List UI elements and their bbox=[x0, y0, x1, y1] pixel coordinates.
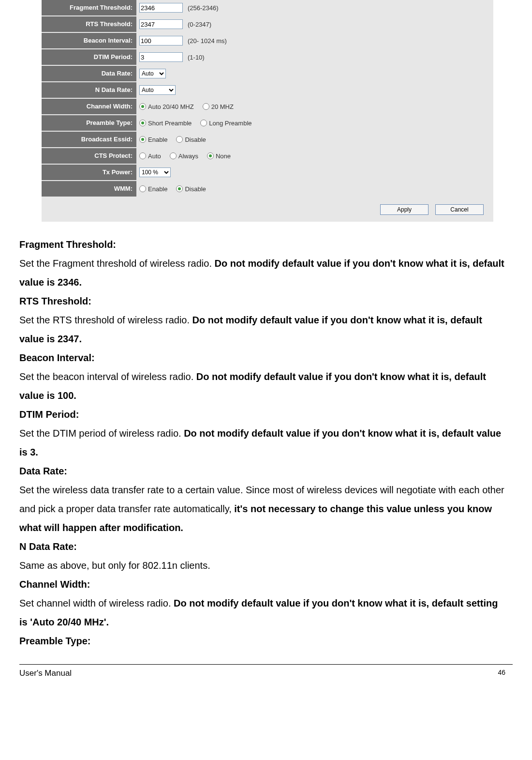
data-rate-select[interactable]: Auto bbox=[139, 69, 166, 78]
dtim-period-hint: (1-10) bbox=[188, 54, 205, 61]
datarate-heading: Data Rate: bbox=[19, 466, 67, 476]
chwidth-heading: Channel Width: bbox=[19, 579, 90, 590]
channel-width-auto-radio[interactable]: Auto 20/40 MHZ bbox=[139, 103, 194, 110]
wmm-enable-radio[interactable]: Enable bbox=[139, 185, 167, 193]
data-rate-label: Data Rate: bbox=[42, 66, 136, 81]
cts-auto-radio[interactable]: Auto bbox=[139, 152, 161, 160]
radio-icon bbox=[139, 120, 146, 126]
rts-threshold-hint: (0-2347) bbox=[188, 21, 211, 28]
beacon-text: Set the beacon interval of wireless radi… bbox=[19, 371, 196, 382]
cts-none-radio[interactable]: None bbox=[207, 152, 231, 160]
radio-icon bbox=[139, 136, 146, 143]
wmm-label: WMM: bbox=[42, 181, 136, 197]
fragment-threshold-input[interactable] bbox=[139, 3, 183, 13]
beacon-heading: Beacon Interval: bbox=[19, 352, 95, 363]
ndatarate-heading: N Data Rate: bbox=[19, 541, 77, 552]
beacon-interval-label: Beacon Interval: bbox=[42, 33, 136, 48]
page-number: 46 bbox=[498, 669, 505, 678]
rts-threshold-label: RTS Threshold: bbox=[42, 16, 136, 32]
fragment-threshold-hint: (256-2346) bbox=[188, 4, 219, 12]
preamble-type-label: Preamble Type: bbox=[42, 115, 136, 131]
rts-heading: RTS Threshold: bbox=[19, 296, 91, 306]
tx-power-select[interactable]: 100 % bbox=[139, 167, 171, 177]
cancel-button[interactable]: Cancel bbox=[435, 204, 484, 215]
radio-icon bbox=[176, 136, 183, 143]
channel-width-label: Channel Width: bbox=[42, 99, 136, 114]
cts-always-radio[interactable]: Always bbox=[170, 152, 198, 160]
radio-icon bbox=[176, 185, 183, 192]
n-data-rate-label: N Data Rate: bbox=[42, 82, 136, 98]
page-footer: User's Manual 46 bbox=[19, 664, 513, 683]
radio-icon bbox=[139, 185, 146, 192]
channel-width-20-radio[interactable]: 20 MHZ bbox=[203, 103, 234, 110]
dtim-heading: DTIM Period: bbox=[19, 409, 79, 420]
ndatarate-text: Same as above, but only for 802.11n clie… bbox=[19, 560, 210, 571]
radio-icon bbox=[203, 103, 209, 110]
preamble-heading: Preamble Type: bbox=[19, 636, 90, 646]
radio-icon bbox=[200, 120, 207, 126]
radio-icon bbox=[139, 152, 146, 159]
apply-button[interactable]: Apply bbox=[380, 204, 429, 215]
preamble-long-radio[interactable]: Long Preamble bbox=[200, 120, 251, 127]
settings-panel: Fragment Threshold: (256-2346) RTS Thres… bbox=[42, 0, 493, 222]
broadcast-essid-label: Broadcast Essid: bbox=[42, 132, 136, 147]
radio-icon bbox=[170, 152, 177, 159]
frag-heading: Fragment Threshold: bbox=[19, 239, 116, 250]
rts-text: Set the RTS threshold of wireless radio. bbox=[19, 315, 192, 325]
broadcast-enable-radio[interactable]: Enable bbox=[139, 136, 167, 143]
document-body: Fragment Threshold: Set the Fragment thr… bbox=[19, 235, 513, 651]
dtim-text: Set the DTIM period of wireless radio. bbox=[19, 428, 184, 439]
dtim-period-label: DTIM Period: bbox=[42, 49, 136, 65]
frag-text: Set the Fragment threshold of wireless r… bbox=[19, 258, 215, 269]
n-data-rate-select[interactable]: Auto bbox=[139, 85, 176, 95]
beacon-interval-hint: (20- 1024 ms) bbox=[188, 37, 227, 45]
rts-threshold-input[interactable] bbox=[139, 19, 183, 29]
wmm-disable-radio[interactable]: Disable bbox=[176, 185, 206, 193]
footer-title: User's Manual bbox=[19, 669, 72, 678]
broadcast-disable-radio[interactable]: Disable bbox=[176, 136, 206, 143]
tx-power-label: Tx Power: bbox=[42, 165, 136, 180]
beacon-interval-input[interactable] bbox=[139, 36, 183, 46]
radio-icon bbox=[207, 152, 214, 159]
chwidth-text: Set channel width of wireless radio. bbox=[19, 598, 174, 608]
radio-icon bbox=[139, 103, 146, 110]
fragment-threshold-label: Fragment Threshold: bbox=[42, 0, 136, 15]
cts-protect-label: CTS Protect: bbox=[42, 148, 136, 164]
preamble-short-radio[interactable]: Short Preamble bbox=[139, 120, 192, 127]
dtim-period-input[interactable] bbox=[139, 52, 183, 62]
